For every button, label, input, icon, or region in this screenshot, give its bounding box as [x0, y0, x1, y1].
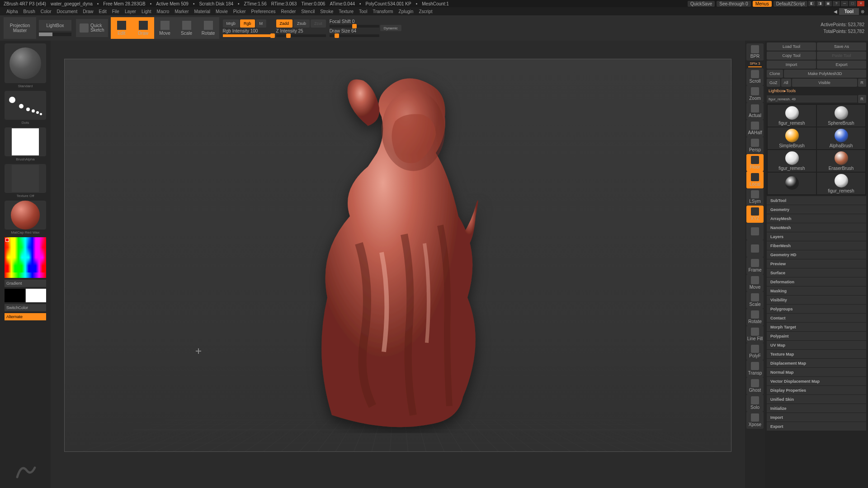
primary-color-swatch[interactable]	[26, 289, 46, 302]
menu-stencil[interactable]: Stencil	[298, 8, 317, 15]
section-texture-map[interactable]: Texture Map	[767, 350, 866, 359]
scale-mode-button[interactable]: Scale	[176, 17, 198, 39]
tool-palette-close[interactable]: ⊗	[861, 9, 864, 14]
menu-material[interactable]: Material	[192, 8, 213, 15]
dynamic-toggle[interactable]: Dynamic	[380, 25, 401, 31]
mrgb-toggle[interactable]: Mrgb	[223, 19, 240, 28]
tool-thumb-1[interactable]: SphereBrush	[817, 105, 865, 127]
menu-tool[interactable]: Tool	[356, 8, 370, 15]
nav-polyf-button[interactable]: PolyF	[746, 343, 764, 360]
tool-thumb-2[interactable]: SimpleBrush	[768, 127, 816, 149]
section-fibermesh[interactable]: FiberMesh	[767, 241, 866, 250]
material-selector[interactable]	[5, 201, 46, 230]
nav-linefill-button[interactable]: Line Fill	[746, 326, 764, 343]
focal-shift-slider[interactable]: Focal Shift 0	[330, 19, 379, 28]
paste-tool-button[interactable]: Paste Tool	[817, 52, 866, 60]
gradient-toggle[interactable]: Gradient	[5, 280, 46, 287]
color-picker[interactable]	[5, 237, 46, 278]
goz-visible-button[interactable]: Visible	[792, 79, 857, 87]
menu-movie[interactable]: Movie	[213, 8, 231, 15]
section-subtool[interactable]: SubTool	[767, 196, 866, 205]
section-arraymesh[interactable]: ArrayMesh	[767, 214, 866, 223]
section-layers[interactable]: Layers	[767, 232, 866, 241]
tool-palette-icon[interactable]: ◀	[834, 9, 837, 14]
menus-toggle[interactable]: Menus	[753, 1, 772, 7]
menu-light[interactable]: Light	[139, 8, 154, 15]
lightbox-tools-header[interactable]: Lightbox▸Tools	[767, 88, 866, 94]
menu-marker[interactable]: Marker	[172, 8, 191, 15]
rotate-mode-button[interactable]: Rotate	[198, 17, 219, 39]
quicksave-button[interactable]: QuickSave	[688, 1, 715, 7]
tool-thumb-0[interactable]: figur_remesh	[768, 105, 816, 127]
bpr-button[interactable]: BPR	[746, 43, 764, 61]
z-intensity-slider[interactable]: Z Intensity 25	[276, 28, 326, 37]
section-vector-displacement-map[interactable]: Vector Displacement Map	[767, 377, 866, 386]
stroke-selector[interactable]	[5, 91, 46, 120]
tool-palette-title[interactable]: Tool	[839, 8, 859, 15]
menu-edit[interactable]: Edit	[96, 8, 109, 15]
load-tool-button[interactable]: Load Tool	[767, 42, 816, 51]
m-toggle[interactable]: M	[256, 19, 267, 28]
section-displacement-map[interactable]: Displacement Map	[767, 359, 866, 368]
tool-thumb-4[interactable]: figur_remesh	[768, 150, 816, 172]
nav-ghost-button[interactable]: Ghost	[746, 377, 764, 394]
menu-texture[interactable]: Texture	[336, 8, 356, 15]
section-deformation[interactable]: Deformation	[767, 277, 866, 286]
brush-selector[interactable]	[5, 43, 46, 83]
clone-button[interactable]: Clone	[767, 70, 783, 78]
section-morph-target[interactable]: Morph Target	[767, 323, 866, 332]
goz-button[interactable]: GoZ	[767, 79, 780, 87]
nav-scale-button[interactable]: Scale	[746, 291, 764, 309]
nav-rotate-button[interactable]: Rotate	[746, 309, 764, 326]
nav-persp-button[interactable]: Persp	[746, 137, 764, 154]
spix-label[interactable]: SPix 3	[750, 61, 760, 66]
export-button[interactable]: Export	[817, 61, 866, 69]
goz-all-button[interactable]: All	[781, 79, 791, 87]
nav-zoom-button[interactable]: Zoom	[746, 85, 764, 103]
section-geometry[interactable]: Geometry	[767, 205, 866, 214]
copy-tool-button[interactable]: Copy Tool	[767, 52, 816, 60]
nav-local-button[interactable]: Local	[746, 171, 764, 188]
window-c[interactable]: ▣	[825, 1, 832, 6]
texture-selector[interactable]	[5, 164, 46, 193]
tool-thumb-7[interactable]: figur_remesh	[817, 173, 865, 194]
menu-document[interactable]: Document	[54, 8, 80, 15]
nav-xyz-button[interactable]: XYZ	[746, 206, 764, 223]
alternate-button[interactable]: Alternate	[5, 313, 46, 320]
nav-solo-button[interactable]: Solo	[746, 394, 764, 412]
secondary-color-swatch[interactable]	[5, 289, 25, 302]
menu-macro[interactable]: Macro	[154, 8, 172, 15]
section-display-properties[interactable]: Display Properties	[767, 386, 866, 395]
section-unified-skin[interactable]: Unified Skin	[767, 395, 866, 404]
window-help[interactable]: ?	[833, 1, 840, 6]
tool-thumb-6[interactable]	[768, 173, 816, 194]
nav-xpose-button[interactable]: Xpose	[746, 412, 764, 429]
draw-size-slider[interactable]: Draw Size 64	[330, 28, 379, 37]
window-b[interactable]: ◨	[816, 1, 824, 6]
switchcolor-button[interactable]: SwitchColor	[5, 304, 46, 311]
menu-zplugin[interactable]: Zplugin	[396, 8, 416, 15]
save-as-button[interactable]: Save As	[817, 42, 866, 51]
nav-lsym-button[interactable]: LSym	[746, 188, 764, 206]
menu-zscript[interactable]: Zscript	[416, 8, 435, 15]
section-nanomesh[interactable]: NanoMesh	[767, 223, 866, 232]
window-a[interactable]: ◧	[808, 1, 816, 6]
history-bar[interactable]	[39, 33, 71, 36]
section-polygroups[interactable]: Polygroups	[767, 305, 866, 314]
viewport[interactable]	[64, 59, 731, 452]
minimize-button[interactable]: ─	[841, 1, 848, 6]
section-visibility[interactable]: Visibility	[767, 296, 866, 305]
rgb-toggle[interactable]: Rgb	[240, 19, 255, 28]
nav-frame-button[interactable]: Frame	[746, 257, 764, 274]
section-import[interactable]: Import	[767, 413, 866, 422]
nav-aahalf-button[interactable]: AAHalf	[746, 120, 764, 137]
draw-mode-button[interactable]: Draw	[132, 17, 154, 39]
menu-draw[interactable]: Draw	[80, 8, 96, 15]
alpha-selector[interactable]	[5, 127, 46, 156]
menu-color[interactable]: Color	[38, 8, 54, 15]
menu-layer[interactable]: Layer	[122, 8, 139, 15]
menu-file[interactable]: File	[109, 8, 122, 15]
section-export[interactable]: Export	[767, 422, 866, 431]
zsub-toggle[interactable]: Zsub	[293, 19, 310, 28]
menu-preferences[interactable]: Preferences	[249, 8, 278, 15]
